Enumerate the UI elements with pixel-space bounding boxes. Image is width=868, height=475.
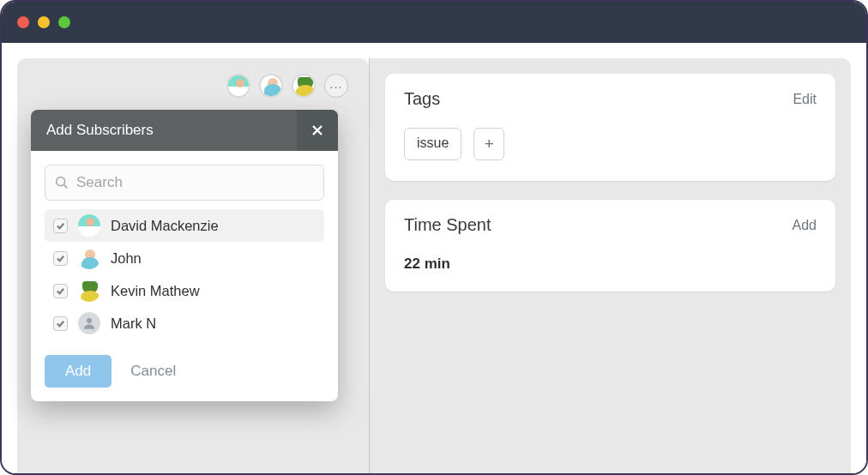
search-field-wrap[interactable] bbox=[45, 165, 324, 201]
avatar bbox=[78, 312, 100, 334]
close-button[interactable] bbox=[297, 110, 338, 151]
modal-header: Add Subscribers bbox=[31, 110, 338, 151]
tags-edit-link[interactable]: Edit bbox=[793, 92, 817, 107]
svg-point-0 bbox=[57, 177, 65, 186]
checkbox[interactable] bbox=[53, 284, 68, 298]
time-spent-card: Time Spent Add 22 min bbox=[385, 200, 835, 292]
time-value: 22 min bbox=[385, 244, 835, 292]
user-name: Kevin Mathew bbox=[111, 283, 200, 299]
window-zoom-dot[interactable] bbox=[58, 16, 70, 28]
tag-chip[interactable]: issue bbox=[404, 128, 461, 160]
user-row[interactable]: Mark N bbox=[45, 307, 324, 340]
search-input[interactable] bbox=[76, 174, 315, 191]
avatar[interactable] bbox=[292, 74, 316, 98]
content-area: ··· Add Subscribers David MackenzieJohnK… bbox=[2, 43, 866, 473]
avatar bbox=[78, 280, 100, 302]
tags-title: Tags bbox=[404, 89, 440, 109]
subscribers-row: ··· bbox=[17, 74, 369, 98]
app-window: ··· Add Subscribers David MackenzieJohnK… bbox=[0, 0, 868, 475]
search-icon bbox=[54, 175, 69, 190]
modal-title: Add Subscribers bbox=[31, 122, 154, 139]
add-subscribers-modal: Add Subscribers David MackenzieJohnKevin… bbox=[31, 110, 338, 401]
checkbox[interactable] bbox=[53, 316, 68, 331]
cancel-link[interactable]: Cancel bbox=[130, 363, 176, 380]
add-tag-button[interactable]: + bbox=[473, 128, 504, 160]
check-icon bbox=[56, 254, 65, 263]
modal-body: David MackenzieJohnKevin MathewMark N Ad… bbox=[31, 151, 338, 401]
avatar bbox=[78, 214, 100, 237]
tags-body: issue+ bbox=[385, 117, 835, 181]
right-panel: Tags Edit issue+ Time Spent Add 22 min bbox=[370, 58, 851, 473]
window-minimize-dot[interactable] bbox=[38, 16, 50, 28]
more-button[interactable]: ··· bbox=[324, 74, 348, 98]
user-name: John bbox=[111, 250, 142, 267]
close-icon bbox=[310, 123, 324, 137]
modal-footer: Add Cancel bbox=[45, 340, 324, 388]
check-icon bbox=[56, 221, 65, 231]
user-name: David Mackenzie bbox=[111, 218, 219, 234]
check-icon bbox=[56, 286, 65, 296]
avatar[interactable] bbox=[259, 74, 283, 98]
checkbox[interactable] bbox=[53, 251, 68, 266]
time-title: Time Spent bbox=[404, 215, 491, 235]
avatar[interactable] bbox=[226, 74, 250, 98]
card-header: Tags Edit bbox=[385, 74, 835, 117]
check-icon bbox=[56, 319, 65, 328]
user-name: Mark N bbox=[111, 316, 156, 332]
user-row[interactable]: David Mackenzie bbox=[45, 209, 324, 242]
user-list: David MackenzieJohnKevin MathewMark N bbox=[45, 207, 324, 340]
window-close-dot[interactable] bbox=[17, 16, 29, 28]
card-header: Time Spent Add bbox=[385, 200, 835, 244]
svg-point-1 bbox=[87, 318, 92, 323]
user-row[interactable]: Kevin Mathew bbox=[45, 274, 324, 307]
user-row[interactable]: John bbox=[45, 242, 324, 274]
add-button[interactable]: Add bbox=[45, 355, 112, 388]
tags-card: Tags Edit issue+ bbox=[385, 74, 835, 181]
checkbox[interactable] bbox=[53, 219, 68, 233]
avatar bbox=[78, 247, 100, 269]
titlebar bbox=[2, 2, 866, 43]
left-panel: ··· Add Subscribers David MackenzieJohnK… bbox=[17, 58, 369, 473]
time-add-link[interactable]: Add bbox=[793, 218, 817, 233]
